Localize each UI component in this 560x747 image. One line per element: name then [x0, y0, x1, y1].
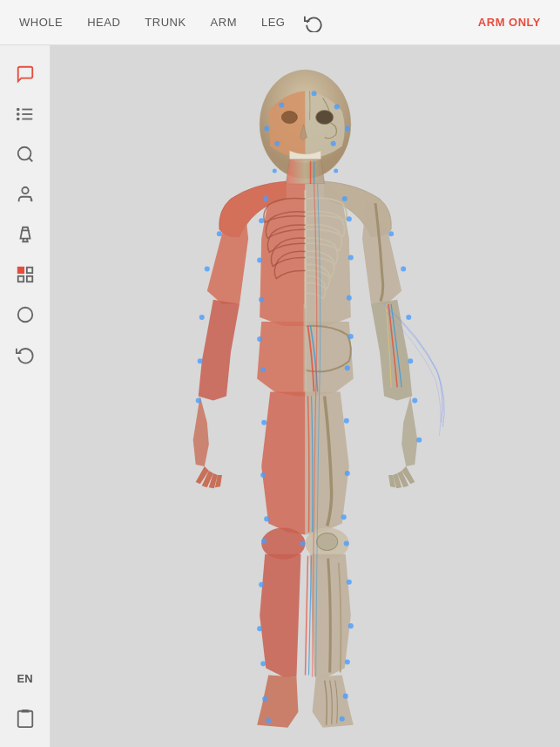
- svg-point-55: [264, 516, 269, 521]
- search-icon[interactable]: [7, 136, 44, 173]
- svg-point-54: [345, 471, 350, 476]
- svg-point-17: [281, 111, 297, 123]
- svg-point-63: [259, 582, 264, 587]
- svg-point-68: [345, 659, 350, 664]
- svg-point-37: [205, 267, 210, 272]
- svg-point-45: [412, 398, 417, 404]
- anatomy-body-icon[interactable]: [7, 216, 44, 253]
- svg-point-4: [17, 113, 18, 115]
- svg-rect-10: [17, 268, 23, 273]
- anatomy-viewer[interactable]: [51, 45, 560, 747]
- svg-point-64: [347, 580, 352, 585]
- svg-point-49: [260, 367, 266, 372]
- svg-point-65: [257, 626, 262, 631]
- svg-rect-13: [26, 276, 31, 282]
- svg-line-7: [29, 158, 32, 161]
- svg-point-3: [17, 109, 18, 111]
- svg-point-56: [341, 514, 347, 520]
- language-selector[interactable]: EN: [7, 660, 44, 696]
- svg-text:1: 1: [29, 194, 32, 202]
- svg-point-19: [312, 91, 317, 96]
- highlight-icon[interactable]: [7, 256, 44, 293]
- svg-point-14: [17, 308, 32, 323]
- svg-point-46: [416, 438, 422, 443]
- svg-point-22: [264, 126, 269, 132]
- svg-point-39: [198, 358, 203, 363]
- sidebar: 1: [0, 45, 51, 747]
- svg-point-59: [317, 533, 338, 550]
- svg-point-38: [199, 315, 205, 320]
- svg-point-72: [340, 716, 345, 722]
- svg-point-53: [260, 472, 266, 478]
- svg-point-26: [334, 168, 338, 173]
- svg-point-16: [316, 110, 334, 124]
- svg-point-44: [408, 358, 413, 363]
- circle-tool-icon[interactable]: [7, 296, 44, 333]
- svg-point-8: [22, 187, 28, 194]
- svg-point-23: [274, 141, 280, 146]
- svg-point-70: [343, 694, 348, 699]
- anatomy-svg: [51, 45, 560, 747]
- svg-point-5: [17, 119, 18, 120]
- svg-point-32: [257, 258, 262, 263]
- layers-icon[interactable]: [7, 96, 44, 132]
- svg-point-28: [263, 196, 268, 201]
- svg-point-60: [261, 539, 267, 544]
- nav-item-arm[interactable]: ARM: [199, 9, 249, 36]
- svg-point-25: [273, 168, 277, 173]
- svg-point-48: [348, 334, 354, 339]
- nav-item-arm-only[interactable]: ARM ONLY: [466, 9, 553, 36]
- svg-point-62: [344, 541, 349, 547]
- undo-icon[interactable]: [7, 336, 44, 373]
- top-navigation: WHOLE HEAD TRUNK ARM LEG ARM ONLY: [0, 0, 560, 45]
- svg-point-34: [259, 297, 264, 302]
- svg-point-6: [17, 147, 30, 160]
- main-content: 1: [0, 45, 560, 747]
- svg-rect-12: [17, 276, 23, 282]
- svg-point-42: [401, 267, 406, 272]
- svg-point-51: [261, 420, 267, 425]
- nav-item-head[interactable]: HEAD: [75, 9, 132, 36]
- svg-point-52: [344, 418, 349, 424]
- svg-point-18: [279, 102, 284, 107]
- svg-point-20: [334, 104, 340, 109]
- svg-rect-11: [26, 268, 31, 273]
- nav-item-trunk[interactable]: TRUNK: [132, 9, 198, 36]
- svg-point-40: [196, 398, 201, 404]
- svg-point-35: [347, 295, 352, 301]
- svg-point-24: [331, 141, 336, 146]
- svg-point-30: [259, 218, 264, 223]
- clipboard-icon[interactable]: [7, 700, 44, 737]
- svg-point-36: [217, 231, 222, 236]
- svg-point-21: [345, 126, 350, 132]
- svg-point-66: [348, 623, 354, 628]
- svg-point-69: [262, 696, 267, 702]
- svg-point-41: [388, 231, 394, 236]
- anatomy-figure: [51, 45, 560, 747]
- svg-point-71: [266, 718, 271, 723]
- svg-point-29: [342, 196, 347, 201]
- svg-point-61: [300, 541, 305, 547]
- svg-point-43: [406, 315, 411, 320]
- svg-point-47: [257, 336, 262, 342]
- comment-icon[interactable]: [7, 56, 44, 92]
- svg-point-67: [260, 661, 266, 666]
- user-icon[interactable]: 1: [7, 176, 44, 213]
- svg-point-33: [348, 255, 354, 260]
- svg-point-50: [345, 365, 350, 370]
- svg-point-31: [347, 216, 352, 221]
- nav-item-whole[interactable]: WHOLE: [7, 9, 75, 36]
- nav-item-leg[interactable]: LEG: [249, 9, 298, 36]
- rotate-button[interactable]: [297, 6, 330, 39]
